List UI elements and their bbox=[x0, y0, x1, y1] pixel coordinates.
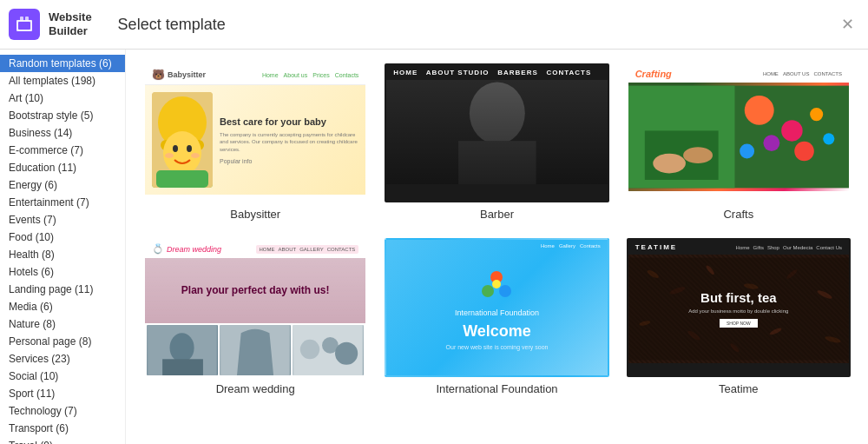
svg-point-33 bbox=[300, 340, 319, 359]
sidebar-item-health[interactable]: Health (8) bbox=[0, 246, 125, 263]
page-title: Select template bbox=[118, 16, 226, 34]
wedding-header: 💍 Dream wedding HOME ABOUT GALLERY CONTA… bbox=[145, 240, 365, 258]
svg-point-35 bbox=[335, 342, 358, 365]
wedding-headline: Plan your perfect day with us! bbox=[181, 284, 330, 298]
foundation-welcome: Welcome bbox=[463, 322, 531, 341]
sidebar-item-energy[interactable]: Energy (6) bbox=[0, 176, 125, 194]
wedding-logo: 💍 Dream wedding bbox=[152, 243, 221, 255]
template-thumb-barber: HOME ABOUT STUDIO BARBERS CONTACTS Barbe… bbox=[385, 63, 608, 202]
svg-point-8 bbox=[173, 145, 178, 152]
sidebar-item-technology[interactable]: Technology (7) bbox=[0, 402, 125, 420]
sidebar-item-landing[interactable]: Landing page (11) bbox=[0, 281, 125, 298]
sidebar-item-nature[interactable]: Nature (8) bbox=[0, 315, 125, 333]
teatime-nav: Home Gifts Shop Our Medecia Contact Us bbox=[736, 245, 842, 250]
svg-point-38 bbox=[499, 285, 511, 297]
crafts-image bbox=[628, 83, 849, 191]
babysitter-sub: The company is currently accepting payme… bbox=[220, 131, 358, 153]
sidebar-item-services[interactable]: Services (23) bbox=[0, 350, 125, 368]
babysitter-logo-text: Babysitter bbox=[168, 70, 206, 79]
sidebar-item-entertainment[interactable]: Entertainment (7) bbox=[0, 194, 125, 211]
template-thumb-crafts: Crafting HOME ABOUT US CONTACTS bbox=[627, 63, 851, 202]
sidebar-item-random[interactable]: Random templates (6) bbox=[0, 55, 125, 72]
template-grid: 🐻Babysitter Home About us Prices Contact… bbox=[126, 50, 868, 444]
svg-point-7 bbox=[163, 131, 201, 175]
template-card-foundation[interactable]: HomeGalleryContacts International Founda… bbox=[385, 238, 608, 395]
sidebar-item-food[interactable]: Food (10) bbox=[0, 229, 125, 246]
sidebar-item-bootstrap[interactable]: Bootstrap style (5) bbox=[0, 107, 125, 124]
wedding-label: Dream wedding bbox=[216, 382, 295, 395]
wedding-photos bbox=[145, 323, 365, 377]
sidebar-item-art[interactable]: Art (10) bbox=[0, 89, 125, 107]
teatime-logo: TEATIME bbox=[635, 243, 678, 251]
sidebar-item-travel[interactable]: Travel (9) bbox=[0, 437, 125, 444]
barber-logo: HOME ABOUT STUDIO BARBERS CONTACTS bbox=[393, 69, 591, 76]
top-bar-left: Website Builder Select template bbox=[9, 9, 226, 40]
babysitter-nav: Home About us Prices Contacts bbox=[262, 72, 358, 78]
crafts-header: Crafting HOME ABOUT US CONTACTS bbox=[628, 65, 849, 83]
sidebar-item-all[interactable]: All templates (198) bbox=[0, 72, 125, 89]
wedding-hero: Plan your perfect day with us! bbox=[145, 258, 365, 323]
teatime-label: Teatime bbox=[719, 382, 759, 395]
template-card-teatime[interactable]: TEATIME Home Gifts Shop Our Medecia Cont… bbox=[627, 238, 851, 395]
sidebar-item-business[interactable]: Business (14) bbox=[0, 124, 125, 142]
svg-point-24 bbox=[823, 133, 834, 144]
sidebar-item-social[interactable]: Social (10) bbox=[0, 368, 125, 385]
svg-point-20 bbox=[763, 135, 779, 151]
svg-rect-30 bbox=[162, 359, 203, 375]
teatime-shop-button[interactable]: SHOP NOW bbox=[720, 319, 758, 328]
wedding-photo-2 bbox=[220, 325, 291, 375]
svg-point-11 bbox=[191, 153, 200, 158]
sidebar-item-events[interactable]: Events (7) bbox=[0, 211, 125, 229]
teatime-title: But first, tea bbox=[700, 290, 777, 305]
wedding-photo-1 bbox=[147, 325, 218, 375]
foundation-sub: Our new web site is coming very soon bbox=[446, 344, 549, 350]
svg-point-21 bbox=[810, 108, 823, 121]
crafts-logo: Crafting bbox=[635, 69, 672, 79]
svg-point-29 bbox=[170, 333, 194, 362]
foundation-name: International Foundation bbox=[455, 308, 539, 317]
foundation-header: HomeGalleryContacts bbox=[386, 240, 607, 252]
sidebar-item-media[interactable]: Media (6) bbox=[0, 298, 125, 315]
svg-rect-2 bbox=[20, 17, 23, 21]
sidebar-item-transport[interactable]: Transport (6) bbox=[0, 420, 125, 437]
sidebar-item-personal[interactable]: Personal page (8) bbox=[0, 333, 125, 350]
svg-point-39 bbox=[492, 280, 501, 288]
babysitter-tag: Popular info bbox=[220, 158, 358, 164]
app-name: Website Builder bbox=[49, 10, 92, 37]
teatime-header: TEATIME Home Gifts Shop Our Medecia Cont… bbox=[628, 240, 849, 255]
svg-point-26 bbox=[653, 154, 686, 174]
template-card-wedding[interactable]: 💍 Dream wedding HOME ABOUT GALLERY CONTA… bbox=[143, 238, 367, 395]
babysitter-image bbox=[152, 92, 213, 188]
svg-point-23 bbox=[740, 144, 754, 159]
app-logo bbox=[9, 9, 40, 40]
close-button[interactable]: ✕ bbox=[841, 15, 854, 34]
svg-point-9 bbox=[187, 145, 192, 152]
sidebar-item-hotels[interactable]: Hotels (6) bbox=[0, 263, 125, 281]
sidebar-item-ecommerce[interactable]: E-commerce (7) bbox=[0, 142, 125, 159]
barber-label: Barber bbox=[480, 208, 514, 221]
babysitter-headline: Best care for your baby bbox=[220, 116, 358, 128]
template-thumb-babysitter: 🐻Babysitter Home About us Prices Contact… bbox=[143, 63, 367, 202]
template-card-babysitter[interactable]: 🐻Babysitter Home About us Prices Contact… bbox=[143, 63, 367, 221]
template-card-barber[interactable]: HOME ABOUT STUDIO BARBERS CONTACTS Barbe… bbox=[385, 63, 608, 221]
sidebar-item-education[interactable]: Education (11) bbox=[0, 159, 125, 176]
svg-point-18 bbox=[744, 96, 773, 125]
babysitter-label: Babysitter bbox=[230, 208, 280, 221]
crafts-nav: HOME ABOUT US CONTACTS bbox=[763, 71, 842, 76]
template-thumb-foundation: HomeGalleryContacts International Founda… bbox=[385, 238, 608, 377]
template-thumb-teatime: TEATIME Home Gifts Shop Our Medecia Cont… bbox=[627, 238, 851, 377]
foundation-label: International Foundation bbox=[436, 382, 557, 395]
svg-point-37 bbox=[482, 285, 494, 297]
svg-point-27 bbox=[683, 147, 713, 163]
foundation-content: International Foundation Welcome Our new… bbox=[386, 252, 607, 365]
wedding-photo-3 bbox=[293, 325, 364, 375]
barber-hero: Barber Please select information that wi… bbox=[386, 80, 607, 184]
svg-rect-1 bbox=[18, 22, 30, 30]
svg-rect-12 bbox=[156, 170, 208, 188]
template-card-crafts[interactable]: Crafting HOME ABOUT US CONTACTS bbox=[627, 63, 851, 221]
wedding-nav: HOME ABOUT GALLERY CONTACTS bbox=[256, 245, 359, 254]
sidebar-item-sport[interactable]: Sport (11) bbox=[0, 385, 125, 402]
teatime-hero: But first, tea Add your business motto b… bbox=[628, 255, 849, 363]
sidebar: Random templates (6) All templates (198)… bbox=[0, 50, 126, 444]
svg-point-10 bbox=[165, 153, 174, 158]
